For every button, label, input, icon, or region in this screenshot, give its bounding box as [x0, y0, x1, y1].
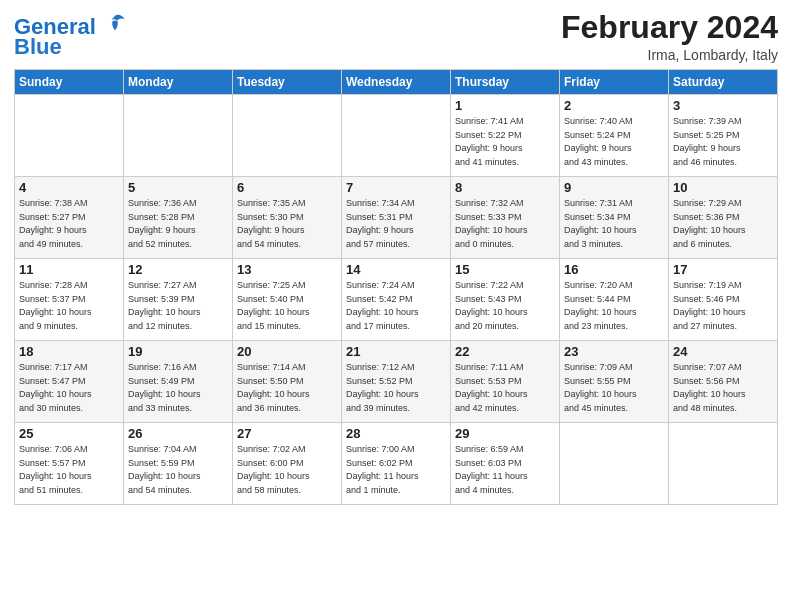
table-row: 16Sunrise: 7:20 AM Sunset: 5:44 PM Dayli…	[560, 259, 669, 341]
day-detail: Sunrise: 7:32 AM Sunset: 5:33 PM Dayligh…	[455, 197, 555, 251]
col-saturday: Saturday	[669, 70, 778, 95]
table-row: 13Sunrise: 7:25 AM Sunset: 5:40 PM Dayli…	[233, 259, 342, 341]
calendar-header-row: Sunday Monday Tuesday Wednesday Thursday…	[15, 70, 778, 95]
day-number: 17	[673, 262, 773, 277]
day-number: 19	[128, 344, 228, 359]
day-detail: Sunrise: 7:24 AM Sunset: 5:42 PM Dayligh…	[346, 279, 446, 333]
table-row: 17Sunrise: 7:19 AM Sunset: 5:46 PM Dayli…	[669, 259, 778, 341]
table-row	[560, 423, 669, 505]
title-block: February 2024 Irma, Lombardy, Italy	[561, 10, 778, 63]
calendar-table: Sunday Monday Tuesday Wednesday Thursday…	[14, 69, 778, 505]
page-header: General Blue February 2024 Irma, Lombard…	[14, 10, 778, 63]
table-row: 8Sunrise: 7:32 AM Sunset: 5:33 PM Daylig…	[451, 177, 560, 259]
table-row: 6Sunrise: 7:35 AM Sunset: 5:30 PM Daylig…	[233, 177, 342, 259]
day-number: 8	[455, 180, 555, 195]
table-row: 24Sunrise: 7:07 AM Sunset: 5:56 PM Dayli…	[669, 341, 778, 423]
day-detail: Sunrise: 7:19 AM Sunset: 5:46 PM Dayligh…	[673, 279, 773, 333]
day-number: 13	[237, 262, 337, 277]
day-detail: Sunrise: 7:34 AM Sunset: 5:31 PM Dayligh…	[346, 197, 446, 251]
day-detail: Sunrise: 7:07 AM Sunset: 5:56 PM Dayligh…	[673, 361, 773, 415]
day-number: 10	[673, 180, 773, 195]
table-row: 11Sunrise: 7:28 AM Sunset: 5:37 PM Dayli…	[15, 259, 124, 341]
day-detail: Sunrise: 7:29 AM Sunset: 5:36 PM Dayligh…	[673, 197, 773, 251]
day-detail: Sunrise: 7:00 AM Sunset: 6:02 PM Dayligh…	[346, 443, 446, 497]
day-number: 9	[564, 180, 664, 195]
location-subtitle: Irma, Lombardy, Italy	[561, 47, 778, 63]
logo-bird-icon	[104, 12, 126, 34]
day-detail: Sunrise: 7:35 AM Sunset: 5:30 PM Dayligh…	[237, 197, 337, 251]
table-row	[124, 95, 233, 177]
day-detail: Sunrise: 7:28 AM Sunset: 5:37 PM Dayligh…	[19, 279, 119, 333]
table-row: 9Sunrise: 7:31 AM Sunset: 5:34 PM Daylig…	[560, 177, 669, 259]
col-monday: Monday	[124, 70, 233, 95]
table-row: 2Sunrise: 7:40 AM Sunset: 5:24 PM Daylig…	[560, 95, 669, 177]
day-number: 7	[346, 180, 446, 195]
day-detail: Sunrise: 7:27 AM Sunset: 5:39 PM Dayligh…	[128, 279, 228, 333]
day-detail: Sunrise: 7:16 AM Sunset: 5:49 PM Dayligh…	[128, 361, 228, 415]
calendar-week-row: 4Sunrise: 7:38 AM Sunset: 5:27 PM Daylig…	[15, 177, 778, 259]
table-row: 12Sunrise: 7:27 AM Sunset: 5:39 PM Dayli…	[124, 259, 233, 341]
day-number: 12	[128, 262, 228, 277]
day-detail: Sunrise: 7:41 AM Sunset: 5:22 PM Dayligh…	[455, 115, 555, 169]
logo: General Blue	[14, 14, 126, 60]
table-row: 29Sunrise: 6:59 AM Sunset: 6:03 PM Dayli…	[451, 423, 560, 505]
table-row: 14Sunrise: 7:24 AM Sunset: 5:42 PM Dayli…	[342, 259, 451, 341]
day-number: 11	[19, 262, 119, 277]
table-row: 23Sunrise: 7:09 AM Sunset: 5:55 PM Dayli…	[560, 341, 669, 423]
table-row	[233, 95, 342, 177]
day-detail: Sunrise: 7:38 AM Sunset: 5:27 PM Dayligh…	[19, 197, 119, 251]
day-detail: Sunrise: 7:11 AM Sunset: 5:53 PM Dayligh…	[455, 361, 555, 415]
day-number: 20	[237, 344, 337, 359]
day-number: 2	[564, 98, 664, 113]
table-row: 18Sunrise: 7:17 AM Sunset: 5:47 PM Dayli…	[15, 341, 124, 423]
day-detail: Sunrise: 7:39 AM Sunset: 5:25 PM Dayligh…	[673, 115, 773, 169]
table-row: 5Sunrise: 7:36 AM Sunset: 5:28 PM Daylig…	[124, 177, 233, 259]
day-number: 14	[346, 262, 446, 277]
table-row: 4Sunrise: 7:38 AM Sunset: 5:27 PM Daylig…	[15, 177, 124, 259]
table-row: 7Sunrise: 7:34 AM Sunset: 5:31 PM Daylig…	[342, 177, 451, 259]
page-container: General Blue February 2024 Irma, Lombard…	[0, 0, 792, 513]
calendar-week-row: 11Sunrise: 7:28 AM Sunset: 5:37 PM Dayli…	[15, 259, 778, 341]
table-row: 10Sunrise: 7:29 AM Sunset: 5:36 PM Dayli…	[669, 177, 778, 259]
day-number: 27	[237, 426, 337, 441]
day-detail: Sunrise: 7:02 AM Sunset: 6:00 PM Dayligh…	[237, 443, 337, 497]
day-number: 24	[673, 344, 773, 359]
day-number: 6	[237, 180, 337, 195]
calendar-week-row: 1Sunrise: 7:41 AM Sunset: 5:22 PM Daylig…	[15, 95, 778, 177]
col-thursday: Thursday	[451, 70, 560, 95]
day-number: 18	[19, 344, 119, 359]
day-number: 25	[19, 426, 119, 441]
table-row: 19Sunrise: 7:16 AM Sunset: 5:49 PM Dayli…	[124, 341, 233, 423]
day-number: 16	[564, 262, 664, 277]
table-row	[669, 423, 778, 505]
day-detail: Sunrise: 7:20 AM Sunset: 5:44 PM Dayligh…	[564, 279, 664, 333]
day-number: 4	[19, 180, 119, 195]
day-number: 23	[564, 344, 664, 359]
table-row: 27Sunrise: 7:02 AM Sunset: 6:00 PM Dayli…	[233, 423, 342, 505]
day-number: 29	[455, 426, 555, 441]
table-row: 25Sunrise: 7:06 AM Sunset: 5:57 PM Dayli…	[15, 423, 124, 505]
col-tuesday: Tuesday	[233, 70, 342, 95]
col-wednesday: Wednesday	[342, 70, 451, 95]
day-detail: Sunrise: 7:36 AM Sunset: 5:28 PM Dayligh…	[128, 197, 228, 251]
day-number: 1	[455, 98, 555, 113]
day-detail: Sunrise: 6:59 AM Sunset: 6:03 PM Dayligh…	[455, 443, 555, 497]
table-row: 28Sunrise: 7:00 AM Sunset: 6:02 PM Dayli…	[342, 423, 451, 505]
day-number: 5	[128, 180, 228, 195]
day-number: 3	[673, 98, 773, 113]
table-row	[15, 95, 124, 177]
table-row: 21Sunrise: 7:12 AM Sunset: 5:52 PM Dayli…	[342, 341, 451, 423]
day-detail: Sunrise: 7:14 AM Sunset: 5:50 PM Dayligh…	[237, 361, 337, 415]
day-detail: Sunrise: 7:06 AM Sunset: 5:57 PM Dayligh…	[19, 443, 119, 497]
table-row: 26Sunrise: 7:04 AM Sunset: 5:59 PM Dayli…	[124, 423, 233, 505]
table-row: 3Sunrise: 7:39 AM Sunset: 5:25 PM Daylig…	[669, 95, 778, 177]
table-row: 20Sunrise: 7:14 AM Sunset: 5:50 PM Dayli…	[233, 341, 342, 423]
calendar-week-row: 18Sunrise: 7:17 AM Sunset: 5:47 PM Dayli…	[15, 341, 778, 423]
col-sunday: Sunday	[15, 70, 124, 95]
table-row	[342, 95, 451, 177]
day-detail: Sunrise: 7:25 AM Sunset: 5:40 PM Dayligh…	[237, 279, 337, 333]
day-number: 28	[346, 426, 446, 441]
table-row: 15Sunrise: 7:22 AM Sunset: 5:43 PM Dayli…	[451, 259, 560, 341]
month-year-title: February 2024	[561, 10, 778, 45]
day-detail: Sunrise: 7:40 AM Sunset: 5:24 PM Dayligh…	[564, 115, 664, 169]
